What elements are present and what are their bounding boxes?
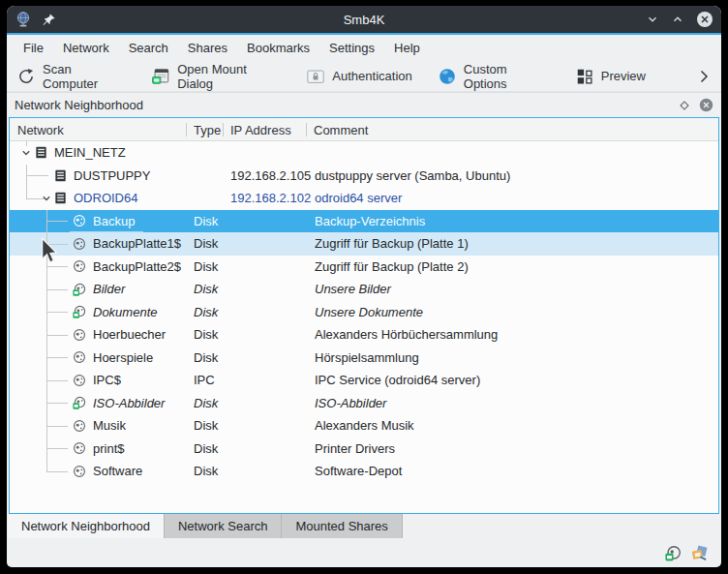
tab-mounted-shares[interactable]: Mounted Shares	[282, 514, 402, 538]
menu-settings[interactable]: Settings	[320, 38, 383, 58]
cell-comment: Backup-Verzeichnis	[315, 210, 425, 233]
expander-icon[interactable]	[41, 193, 52, 204]
close-panel-button[interactable]	[699, 98, 713, 112]
cell-type: IPC	[194, 369, 215, 392]
column-separator[interactable]	[186, 123, 187, 136]
cell-comment: IPC Service (odroid64 server)	[315, 369, 480, 392]
server-icon	[52, 167, 68, 183]
menu-search[interactable]: Search	[120, 38, 177, 58]
chevron-down-icon	[646, 13, 659, 26]
cell-comment: dustpuppy server (Samba, Ubuntu)	[315, 165, 510, 188]
cell-comment: Alexanders Hörbüchersammlung	[315, 323, 498, 347]
share-icon	[72, 349, 87, 365]
tree-branch-tick	[46, 357, 68, 358]
preview-button[interactable]: Preview	[575, 67, 646, 86]
share-icon	[72, 327, 87, 343]
tree-branch-tick	[46, 312, 68, 313]
minimize-button[interactable]	[646, 13, 659, 26]
column-header-network[interactable]: Network	[10, 118, 64, 141]
menu-help[interactable]: Help	[385, 38, 429, 58]
pin-icon[interactable]	[42, 13, 56, 27]
window-buttons	[500, 11, 713, 28]
cell-network-name: BackupPlatte1$	[93, 232, 181, 256]
cell-comment: Hörspielsammlung	[315, 347, 419, 370]
share-icon	[72, 440, 87, 456]
column-header-ip-address[interactable]: IP Address	[223, 118, 291, 141]
tree-row-backup[interactable]: BackupDiskBackup-Verzeichnis	[10, 210, 718, 233]
close-circle-light-icon	[696, 11, 713, 28]
column-header-comment[interactable]: Comment	[306, 118, 368, 141]
cell-ip-address: 192.168.2.102	[230, 187, 311, 210]
cell-comment: ISO-Abbilder	[315, 392, 386, 415]
column-separator[interactable]	[306, 123, 307, 136]
custom-options-button[interactable]: Custom Options	[438, 62, 550, 91]
tree-branch-line	[26, 141, 27, 146]
share-icon	[72, 418, 87, 434]
cell-comment: Printer Drivers	[315, 438, 395, 461]
cell-network-name: Hoerbuecher	[93, 323, 166, 347]
share-icon	[72, 464, 87, 479]
tree-row-mein-netz[interactable]: MEIN_NETZ	[10, 141, 718, 165]
tree-row-odroid64[interactable]: ODROID64192.168.2.102odroid64 server	[10, 187, 718, 210]
tree-branch-tick	[26, 175, 48, 176]
tree-body: MEIN_NETZDUSTPUPPY192.168.2.105dustpuppy…	[10, 141, 718, 513]
tree-row-hoerspiele[interactable]: HoerspieleDiskHörspielsammlung	[10, 347, 718, 370]
tree-row-software[interactable]: SoftwareDiskSoftware-Depot	[10, 460, 718, 483]
cell-network-name: Software	[93, 460, 142, 483]
cell-type: Disk	[194, 232, 218, 256]
maximize-button[interactable]	[671, 13, 684, 26]
preview-icon	[575, 67, 594, 86]
float-panel-button[interactable]	[679, 100, 690, 111]
authentication-button[interactable]: Authentication	[306, 67, 411, 86]
tree-branch-tick	[46, 244, 68, 245]
toolbar-label: Preview	[601, 69, 646, 83]
cell-network-name: Bilder	[93, 278, 125, 301]
mount-dialog-icon	[151, 67, 170, 86]
cell-comment: Unsere Bilder	[315, 278, 391, 301]
share-icon	[72, 213, 87, 228]
cell-type: Disk	[194, 347, 218, 370]
menu-bookmarks[interactable]: Bookmarks	[238, 38, 318, 58]
column-separator[interactable]	[223, 123, 224, 136]
menu-network[interactable]: Network	[54, 38, 118, 58]
toolbar-overflow-button[interactable]	[696, 69, 712, 84]
titlebar[interactable]: Smb4K	[7, 6, 721, 33]
scan-computer-button[interactable]: Scan Computer	[16, 62, 126, 91]
tree-row-hoerbuecher[interactable]: HoerbuecherDiskAlexanders Hörbüchersamml…	[10, 323, 718, 347]
tree-branch-tick	[46, 471, 68, 472]
tree-row-dustpuppy[interactable]: DUSTPUPPY192.168.2.105dustpuppy server (…	[10, 165, 718, 188]
share-icon	[72, 236, 87, 252]
cell-comment: Zugriff für Backup (Platte 2)	[315, 256, 469, 279]
tree-row-ipc-[interactable]: IPC$IPCIPC Service (odroid64 server)	[10, 369, 718, 392]
expander-icon[interactable]	[20, 147, 32, 159]
cell-network-name: BackupPlatte2$	[93, 256, 181, 279]
app-icon	[15, 11, 32, 28]
tree-row-print-[interactable]: print$DiskPrinter Drivers	[10, 438, 718, 461]
panel-title: Network Neighborhood	[15, 98, 679, 112]
open-mount-dialog-button[interactable]: Open Mount Dialog	[151, 62, 281, 91]
server-icon	[52, 191, 68, 206]
smb4k-window: Smb4K FileNetworkSearchSharesBookmarksSe…	[7, 6, 721, 567]
cell-network-name: Dokumente	[93, 301, 157, 324]
network-neighborhood-view: NetworkTypeIP AddressComment MEIN_NETZDU…	[9, 117, 719, 514]
close-button[interactable]	[696, 11, 713, 28]
cell-network-name: Hoerspiele	[93, 347, 153, 370]
tab-network-neighborhood[interactable]: Network Neighborhood	[8, 514, 165, 538]
server-icon	[33, 145, 48, 161]
shares-stack-icon	[691, 545, 708, 561]
tree-row-dokumente[interactable]: DokumenteDiskUnsere Dokumente	[10, 301, 718, 324]
column-header-type[interactable]: Type	[186, 118, 221, 141]
tree-row-backupplatte1-[interactable]: BackupPlatte1$DiskZugriff für Backup (Pl…	[10, 232, 718, 256]
menu-file[interactable]: File	[15, 38, 52, 58]
menu-shares[interactable]: Shares	[179, 38, 236, 58]
tab-network-search[interactable]: Network Search	[165, 514, 282, 538]
cell-network-name: ODROID64	[74, 187, 137, 210]
tree-branch-line	[46, 460, 47, 471]
tree-row-musik[interactable]: MusikDiskAlexanders Musik	[10, 414, 718, 438]
cell-type: Disk	[194, 438, 218, 461]
tree-row-bilder[interactable]: BilderDiskUnsere Bilder	[10, 278, 718, 301]
tree-row-backupplatte2-[interactable]: BackupPlatte2$DiskZugriff für Backup (Pl…	[10, 256, 718, 279]
cell-network-name: ISO-Abbilder	[93, 392, 165, 415]
dock-panel-header[interactable]: Network Neighborhood	[7, 92, 721, 117]
tree-row-iso-abbilder[interactable]: ISO-AbbilderDiskISO-Abbilder	[10, 392, 718, 415]
